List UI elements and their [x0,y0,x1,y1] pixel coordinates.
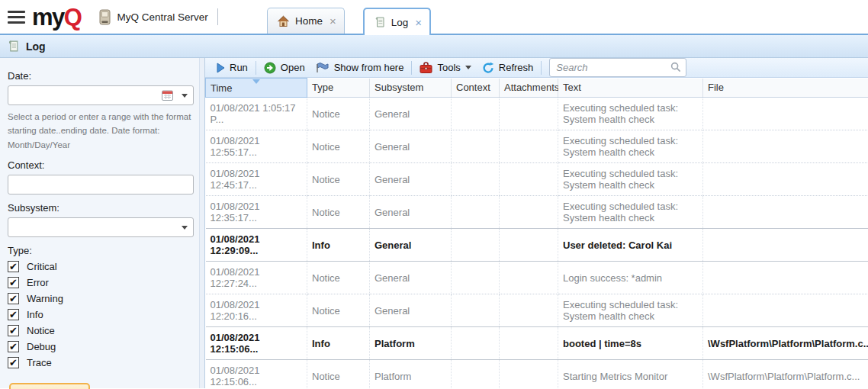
log-table: TimeTypeSubsystemContextAttachmentsTextF… [205,78,868,389]
open-button[interactable]: Open [259,59,310,76]
cell-type: Notice [307,262,370,294]
log-row[interactable]: 01/08/2021 1:05:17 P...NoticeGeneralExec… [206,98,868,130]
log-toolbar: Run Open Show from here [205,58,868,78]
context-input[interactable] [8,175,194,194]
cell-type: Notice [307,130,370,163]
page-title: Log [26,40,46,53]
column-header-attachments[interactable]: Attachments [500,79,558,98]
date-dropdown-icon[interactable] [182,94,188,98]
close-icon[interactable]: × [330,14,336,27]
cell-subsystem: General [370,196,452,229]
cell-attachments [500,294,558,327]
search-button[interactable]: Search [9,383,90,389]
home-icon [277,15,290,27]
cell-file [703,130,868,163]
checkbox-error[interactable]: ✔ [8,277,19,288]
log-row[interactable]: 01/08/2021 12:20:16...NoticeGeneralExecu… [206,294,868,327]
run-button[interactable]: Run [211,59,253,76]
cell-context [452,262,500,294]
checkbox-critical[interactable]: ✔ [8,261,19,272]
checkbox-notice[interactable]: ✔ [8,325,19,336]
checkbox-debug[interactable]: ✔ [8,341,19,352]
refresh-icon [482,62,494,74]
log-row[interactable]: 01/08/2021 12:35:17...NoticeGeneralExecu… [206,196,868,229]
cell-context [452,163,500,196]
cell-text: Starting Metrics Monitor [558,360,703,389]
column-header-file[interactable]: File [703,79,868,98]
cell-time: 01/08/2021 12:20:16... [206,294,307,327]
close-icon[interactable]: × [415,16,422,29]
checkbox-label[interactable]: Trace [27,357,52,368]
log-row[interactable]: 01/08/2021 12:27:24...NoticeGeneralLogin… [206,262,868,294]
checkbox-label[interactable]: Notice [27,325,55,336]
cell-text: Executing scheduled task: System health … [558,196,703,229]
date-label: Date: [8,70,194,82]
cell-text: Executing scheduled task: System health … [558,98,703,130]
cell-context [452,327,500,360]
cell-time: 01/08/2021 12:35:17... [206,196,307,229]
cell-text: Login success: *admin [558,262,703,294]
calendar-icon[interactable] [162,90,173,101]
open-icon [264,62,276,74]
log-row[interactable]: 01/08/2021 12:45:17...NoticeGeneralExecu… [206,163,868,196]
cell-time: 01/08/2021 12:15:06... [206,327,307,360]
column-header-time[interactable]: Time [206,79,307,98]
subsystem-select[interactable] [8,217,194,237]
cell-time: 01/08/2021 12:27:24... [206,262,307,294]
checkbox-label[interactable]: Info [27,309,43,320]
checkbox-label[interactable]: Warning [27,293,63,304]
cell-time: 01/08/2021 12:45:17... [206,163,307,196]
checkbox-trace[interactable]: ✔ [8,357,19,368]
run-icon [217,63,225,73]
tab-home[interactable]: Home × [267,8,345,34]
refresh-button[interactable]: Refresh [477,59,539,76]
cell-file: \WsfPlatform\Platform\Platform.c... [703,360,868,389]
myq-logo: myQ [32,5,81,29]
flag-icon [316,62,330,73]
show-from-here-button[interactable]: Show from here [310,59,410,76]
cell-attachments [500,163,558,196]
cell-text: Executing scheduled task: System health … [558,163,703,196]
type-option-trace: ✔Trace [8,357,194,368]
checkbox-label[interactable]: Debug [27,341,56,352]
checkbox-info[interactable]: ✔ [8,309,19,320]
tab-bar: Home × Log × [267,8,431,35]
context-label: Context: [8,159,194,171]
checkbox-label[interactable]: Critical [27,261,57,272]
cell-context [452,360,500,389]
column-header-context[interactable]: Context [452,79,500,98]
date-help-text: Select a period or enter a range with th… [8,110,198,152]
cell-file: \WsfPlatform\Platform\Platform.c... [703,327,868,360]
column-header-text[interactable]: Text [558,79,703,98]
tools-dropdown-icon [465,66,471,69]
checkbox-warning[interactable]: ✔ [8,293,19,304]
tab-log[interactable]: Log × [363,8,431,35]
tools-button[interactable]: Tools [414,59,476,76]
toolbar-separator [256,61,256,75]
toolbar-separator [541,61,542,75]
cell-type: Notice [307,294,370,327]
search-input[interactable] [549,58,686,77]
sidebar-scrollbar[interactable] [199,58,204,388]
column-header-type[interactable]: Type [307,79,370,98]
cell-subsystem: General [370,294,452,327]
checkbox-label[interactable]: Error [27,277,49,288]
log-row[interactable]: 01/08/2021 12:15:06...NoticePlatformStar… [206,360,868,389]
log-row[interactable]: 01/08/2021 12:29:09...InfoGeneralUser de… [206,229,868,262]
cell-context [452,98,500,130]
toolbar-separator [411,61,412,75]
cell-time: 01/08/2021 12:29:09... [206,229,307,262]
cell-attachments [500,130,558,163]
hamburger-menu-icon[interactable] [8,11,25,24]
log-row[interactable]: 01/08/2021 12:55:17...NoticeGeneralExecu… [206,130,868,163]
type-options: ✔Critical✔Error✔Warning✔Info✔Notice✔Debu… [8,261,194,368]
subsystem-dropdown-icon[interactable] [182,226,188,230]
cell-file [703,294,868,327]
type-option-notice: ✔Notice [8,325,194,336]
tab-label: Home [295,15,323,27]
cell-subsystem: General [370,98,452,130]
column-header-subsystem[interactable]: Subsystem [370,79,452,98]
log-row[interactable]: 01/08/2021 12:15:06...InfoPlatformbooted… [206,327,868,360]
server-title: MyQ Central Server [99,9,207,25]
cell-file [703,229,868,262]
